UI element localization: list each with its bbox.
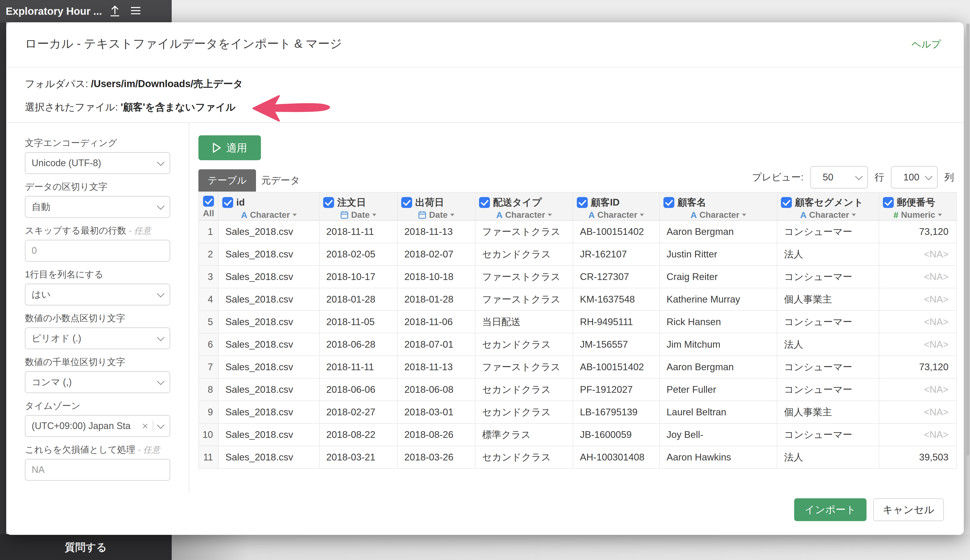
table-cell: 2018-10-17 xyxy=(319,265,397,288)
ask-question-button[interactable]: 質問する xyxy=(65,540,107,554)
tab-raw-data[interactable]: 元データ xyxy=(256,169,305,192)
table-cell: Sales_2018.csv xyxy=(219,243,319,265)
column-type-dropdown[interactable]: ACharacter xyxy=(777,210,879,220)
row-number: 10 xyxy=(199,423,219,446)
table-row: 3Sales_2018.csv2018-10-172018-10-18ファースト… xyxy=(199,265,957,288)
help-link[interactable]: ヘルプ xyxy=(912,38,941,51)
table-cell: 2018-08-22 xyxy=(319,423,397,446)
table-cell: CR-127307 xyxy=(573,265,659,288)
app-top-bar: Exploratory Hour ... xyxy=(0,0,172,22)
table-cell: 個人事業主 xyxy=(777,401,879,423)
column-checkbox[interactable] xyxy=(663,197,674,208)
preview-area: 適用 テーブル元データ プレビュー: 50 行 100 列 All id xyxy=(189,123,964,535)
table-cell: <NA> xyxy=(879,265,957,288)
table-cell: PF-1912027 xyxy=(573,378,659,401)
hamburger-menu-icon[interactable] xyxy=(130,5,141,17)
window-scrollbar[interactable] xyxy=(967,23,970,456)
select-all-checkbox[interactable] xyxy=(203,196,214,207)
table-cell: AH-100301408 xyxy=(573,446,659,468)
tab-table[interactable]: テーブル xyxy=(199,169,256,192)
row-number: 4 xyxy=(199,288,219,311)
column-type-dropdown[interactable]: ACharacter xyxy=(476,210,573,220)
selected-files-value: '顧客'を含まないファイル xyxy=(120,102,235,113)
table-body: 1Sales_2018.csv2018-11-112018-11-13ファースト… xyxy=(199,220,957,468)
first-row-header-label: 1行目を列名にする xyxy=(25,268,170,280)
column-type-dropdown[interactable]: #Numeric xyxy=(879,210,956,220)
cancel-button[interactable]: キャンセル xyxy=(873,498,944,521)
table-cell: Aaron Bergman xyxy=(659,356,777,378)
table-cell: 2018-11-11 xyxy=(319,220,397,243)
table-cell: <NA> xyxy=(879,401,957,423)
column-checkbox[interactable] xyxy=(222,197,233,208)
table-cell: Rick Hansen xyxy=(659,311,777,333)
encoding-label: 文字エンコーディング xyxy=(25,137,170,148)
table-cell: Jim Mitchum xyxy=(659,333,777,356)
column-checkbox[interactable] xyxy=(883,197,894,208)
row-number: 7 xyxy=(199,356,219,378)
column-type-dropdown[interactable]: Date xyxy=(397,210,475,220)
table-row: 4Sales_2018.csv2018-01-282018-01-28ファースト… xyxy=(199,288,957,311)
selected-files-line: 選択されたファイル: '顧客'を含まないファイル xyxy=(25,101,236,114)
caret-down-icon xyxy=(292,213,297,216)
apply-button[interactable]: 適用 xyxy=(199,135,261,160)
column-checkbox[interactable] xyxy=(479,197,490,208)
table-row: 6Sales_2018.csv2018-06-282018-07-01セカンドク… xyxy=(199,333,957,356)
column-type-dropdown[interactable]: ACharacter xyxy=(573,210,659,220)
table-cell: セカンドクラス xyxy=(475,401,573,423)
table-cell: ファーストクラス xyxy=(475,288,573,311)
column-checkbox[interactable] xyxy=(781,197,792,208)
caret-down-icon xyxy=(852,213,856,216)
table-cell: AB-100151402 xyxy=(573,356,659,378)
skip-rows-label: スキップする最初の行数 - 任意 xyxy=(25,225,170,236)
screen: Exploratory Hour ... 質問する ローカル - テキストファイ… xyxy=(0,0,970,560)
clear-icon[interactable]: × xyxy=(142,421,148,431)
table-cell: <NA> xyxy=(879,378,957,401)
table-cell: Sales_2018.csv xyxy=(219,356,319,378)
chevron-down-icon xyxy=(157,377,165,385)
table-cell: 2018-10-18 xyxy=(397,265,475,288)
table-cell: コンシューマー xyxy=(777,311,879,333)
column-header: 出荷日 Date xyxy=(397,192,475,220)
table-cell: <NA> xyxy=(879,333,957,356)
table-cell: Sales_2018.csv xyxy=(219,311,319,333)
first-row-header-select[interactable]: はい xyxy=(25,283,170,305)
table-cell: Sales_2018.csv xyxy=(219,446,319,468)
table-cell: セカンドクラス xyxy=(475,333,573,356)
delimiter-select[interactable]: 自動 xyxy=(25,196,170,218)
table-cell: セカンドクラス xyxy=(475,378,573,401)
decimal-separator-select[interactable]: ピリオド (.) xyxy=(25,327,170,349)
table-cell: コンシューマー xyxy=(777,378,879,401)
column-checkbox[interactable] xyxy=(577,197,588,208)
encoding-select[interactable]: Unicode (UTF-8) xyxy=(25,152,170,174)
column-checkbox[interactable] xyxy=(323,197,334,208)
chevron-down-icon xyxy=(157,290,165,297)
na-values-label: これらを欠損値として処理 - 任意 xyxy=(25,444,170,455)
table-cell: 標準クラス xyxy=(475,423,573,446)
thousands-separator-select[interactable]: コンマ (,) xyxy=(25,371,170,393)
preview-cols-select[interactable]: 100 xyxy=(891,166,938,188)
caret-down-icon xyxy=(640,213,644,216)
na-values-input[interactable]: NA xyxy=(25,459,170,481)
caret-down-icon xyxy=(938,213,942,216)
table-cell: 2018-06-28 xyxy=(319,333,397,356)
preview-rows-select[interactable]: 50 xyxy=(810,166,868,188)
optional-hint: - 任意 xyxy=(129,226,151,235)
skip-rows-input[interactable]: 0 xyxy=(25,240,170,262)
view-tabs: テーブル元データ xyxy=(199,169,305,192)
table-cell: 2018-03-21 xyxy=(319,446,397,468)
import-options-form: 文字エンコーディングUnicode (UTF-8)データの区切り文字自動スキップ… xyxy=(6,123,189,493)
table-cell: 2018-06-06 xyxy=(319,378,397,401)
dialog-title: ローカル - テキストファイルデータをインポート & マージ xyxy=(25,36,342,52)
table-row: 5Sales_2018.csv2018-11-052018-11-06当日配送R… xyxy=(199,311,957,333)
column-checkbox[interactable] xyxy=(401,197,412,208)
rows-unit-label: 行 xyxy=(875,171,884,184)
column-type-dropdown[interactable]: Date xyxy=(319,210,397,220)
timezone-select[interactable]: (UTC+09:00) Japan Sta× xyxy=(25,415,170,437)
column-type-dropdown[interactable]: ACharacter xyxy=(219,210,319,220)
table-cell: JM-156557 xyxy=(573,333,659,356)
import-button[interactable]: インポート xyxy=(794,498,866,521)
column-type-dropdown[interactable]: ACharacter xyxy=(660,210,777,220)
upload-icon[interactable] xyxy=(109,4,120,18)
chevron-down-icon xyxy=(855,172,863,180)
table-cell: 73,120 xyxy=(879,220,957,243)
